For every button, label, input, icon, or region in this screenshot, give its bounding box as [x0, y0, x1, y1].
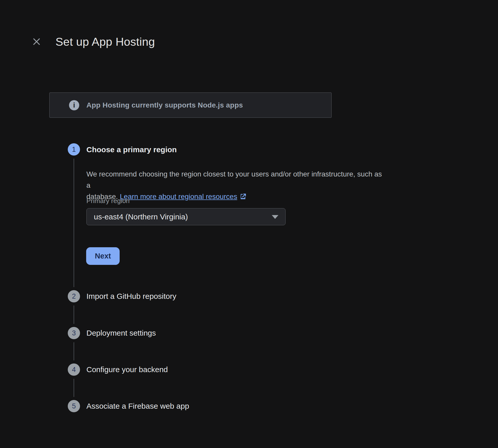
info-banner: i App Hosting currently supports Node.js…: [49, 92, 332, 118]
step-connector-4-5: [74, 379, 74, 397]
step-4-title: Configure your backend: [86, 365, 168, 374]
dropdown-arrow-icon: [272, 215, 278, 219]
step-1-description: We recommend choosing the region closest…: [86, 169, 383, 203]
next-button[interactable]: Next: [86, 247, 120, 265]
step-2-indicator: 2: [68, 290, 80, 302]
step-1-title: Choose a primary region: [86, 145, 177, 154]
page-title: Set up App Hosting: [55, 35, 155, 49]
info-icon: i: [69, 100, 79, 110]
external-link-icon: [240, 194, 246, 202]
step-2-title: Import a GitHub repository: [86, 292, 176, 301]
step-connector-2-3: [74, 305, 74, 324]
step-5-indicator: 5: [68, 400, 80, 412]
step-3-indicator: 3: [68, 327, 80, 339]
banner-message: App Hosting currently supports Node.js a…: [86, 101, 243, 109]
close-icon: [33, 38, 40, 45]
step-5-title: Associate a Firebase web app: [86, 402, 189, 411]
close-button[interactable]: [30, 36, 43, 48]
step-connector-3-4: [74, 342, 74, 360]
step-4-indicator: 4: [68, 363, 80, 376]
primary-region-label: Primary region: [86, 197, 130, 205]
description-line-1: We recommend choosing the region closest…: [86, 170, 382, 189]
step-3-title: Deployment settings: [86, 328, 156, 338]
learn-more-link[interactable]: Learn more about regional resources: [120, 193, 237, 201]
step-connector-1-2: [74, 159, 74, 287]
primary-region-value: us-east4 (Northern Virginia): [94, 213, 188, 221]
primary-region-select[interactable]: us-east4 (Northern Virginia): [86, 208, 286, 225]
step-1-indicator: 1: [68, 143, 80, 156]
